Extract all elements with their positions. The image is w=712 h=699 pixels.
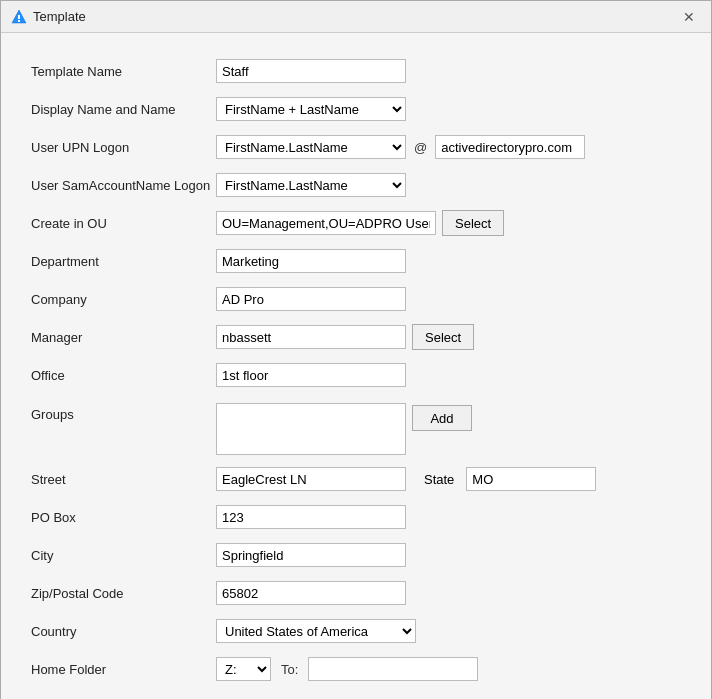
- user-sam-select[interactable]: FirstName.LastName FirstNameLastName FLa…: [216, 173, 406, 197]
- company-field: [216, 287, 681, 311]
- title-bar-left: Template: [11, 9, 86, 25]
- street-state-field: State: [216, 467, 681, 491]
- street-label: Street: [31, 472, 216, 487]
- city-label: City: [31, 548, 216, 563]
- department-label: Department: [31, 254, 216, 269]
- template-name-field: [216, 59, 681, 83]
- form-content: Template Name Display Name and Name Firs…: [1, 33, 711, 699]
- home-folder-path-input[interactable]: [308, 657, 478, 681]
- zip-field: [216, 581, 681, 605]
- create-ou-select-button[interactable]: Select: [442, 210, 504, 236]
- country-row: Country United States of America Canada …: [31, 617, 681, 645]
- company-row: Company: [31, 285, 681, 313]
- window-title: Template: [33, 9, 86, 24]
- groups-add-button[interactable]: Add: [412, 405, 472, 431]
- country-select[interactable]: United States of America Canada United K…: [216, 619, 416, 643]
- user-sam-label: User SamAccountName Logon: [31, 178, 216, 193]
- office-row: Office: [31, 361, 681, 389]
- template-name-input[interactable]: [216, 59, 406, 83]
- department-field: [216, 249, 681, 273]
- groups-label: Groups: [31, 403, 216, 422]
- street-state-row: Street State: [31, 465, 681, 493]
- home-folder-drive-select[interactable]: Z: Y: X: W:: [216, 657, 271, 681]
- zip-input[interactable]: [216, 581, 406, 605]
- close-button[interactable]: ✕: [677, 8, 701, 26]
- at-sign: @: [412, 140, 429, 155]
- template-window: Template ✕ Template Name Display Name an…: [0, 0, 712, 699]
- home-folder-row: Home Folder Z: Y: X: W: To:: [31, 655, 681, 683]
- display-name-label: Display Name and Name: [31, 102, 216, 117]
- department-input[interactable]: [216, 249, 406, 273]
- zip-label: Zip/Postal Code: [31, 586, 216, 601]
- template-name-row: Template Name: [31, 57, 681, 85]
- display-name-field: FirstName + LastName LastName + FirstNam…: [216, 97, 681, 121]
- pobox-row: PO Box: [31, 503, 681, 531]
- home-folder-label: Home Folder: [31, 662, 216, 677]
- city-input[interactable]: [216, 543, 406, 567]
- state-input[interactable]: [466, 467, 596, 491]
- state-label: State: [424, 472, 454, 487]
- user-upn-select[interactable]: FirstName.LastName FirstNameLastName FLa…: [216, 135, 406, 159]
- create-ou-field: Select: [216, 210, 681, 236]
- user-upn-label: User UPN Logon: [31, 140, 216, 155]
- manager-select-button[interactable]: Select: [412, 324, 474, 350]
- user-upn-row: User UPN Logon FirstName.LastName FirstN…: [31, 133, 681, 161]
- create-ou-label: Create in OU: [31, 216, 216, 231]
- office-field: [216, 363, 681, 387]
- zip-row: Zip/Postal Code: [31, 579, 681, 607]
- manager-label: Manager: [31, 330, 216, 345]
- home-folder-field: Z: Y: X: W: To:: [216, 657, 681, 681]
- office-input[interactable]: [216, 363, 406, 387]
- country-field: United States of America Canada United K…: [216, 619, 681, 643]
- user-sam-field: FirstName.LastName FirstNameLastName FLa…: [216, 173, 681, 197]
- template-name-label: Template Name: [31, 64, 216, 79]
- user-upn-field: FirstName.LastName FirstNameLastName FLa…: [216, 135, 681, 159]
- office-label: Office: [31, 368, 216, 383]
- create-ou-row: Create in OU Select: [31, 209, 681, 237]
- groups-field: Add: [216, 403, 681, 455]
- company-label: Company: [31, 292, 216, 307]
- street-input[interactable]: [216, 467, 406, 491]
- display-name-select[interactable]: FirstName + LastName LastName + FirstNam…: [216, 97, 406, 121]
- title-bar: Template ✕: [1, 1, 711, 33]
- manager-row: Manager Select: [31, 323, 681, 351]
- department-row: Department: [31, 247, 681, 275]
- app-icon: [11, 9, 27, 25]
- groups-row: Groups Add: [31, 399, 681, 455]
- manager-input[interactable]: [216, 325, 406, 349]
- svg-rect-1: [18, 15, 20, 19]
- pobox-field: [216, 505, 681, 529]
- manager-field: Select: [216, 324, 681, 350]
- user-sam-row: User SamAccountName Logon FirstName.Last…: [31, 171, 681, 199]
- company-input[interactable]: [216, 287, 406, 311]
- upn-domain-input[interactable]: [435, 135, 585, 159]
- city-field: [216, 543, 681, 567]
- create-ou-input[interactable]: [216, 211, 436, 235]
- city-row: City: [31, 541, 681, 569]
- svg-rect-2: [18, 20, 20, 22]
- pobox-label: PO Box: [31, 510, 216, 525]
- pobox-input[interactable]: [216, 505, 406, 529]
- groups-textarea[interactable]: [216, 403, 406, 455]
- to-label: To:: [277, 662, 302, 677]
- display-name-row: Display Name and Name FirstName + LastNa…: [31, 95, 681, 123]
- country-label: Country: [31, 624, 216, 639]
